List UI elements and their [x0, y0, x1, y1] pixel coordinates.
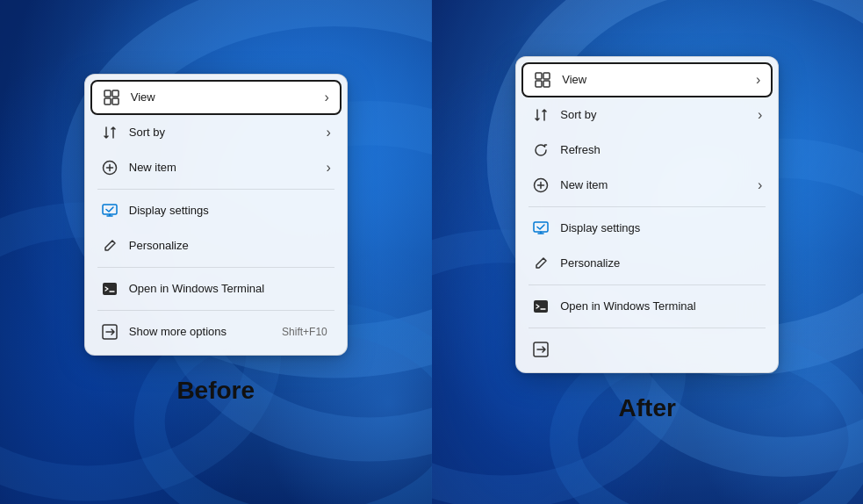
- before-personalize-label: Personalize: [129, 239, 331, 252]
- svg-rect-24: [534, 300, 548, 313]
- before-sort-icon: [101, 124, 119, 141]
- after-menu-view[interactable]: View: [521, 62, 773, 97]
- svg-rect-11: [103, 283, 117, 295]
- after-menu-display[interactable]: Display settings: [521, 211, 773, 246]
- svg-rect-23: [534, 222, 548, 232]
- before-terminal-label: Open in Windows Terminal: [129, 282, 331, 295]
- after-menu-refresh[interactable]: Refresh: [521, 133, 773, 168]
- after-personalize-icon: [532, 255, 550, 272]
- after-display-icon: [532, 220, 550, 237]
- before-newitem-icon: [101, 159, 119, 176]
- before-view-label: View: [131, 90, 329, 104]
- after-newitem-icon: [532, 176, 550, 194]
- after-personalize-label: Personalize: [560, 256, 762, 270]
- after-menu-newitem[interactable]: New item: [521, 168, 773, 203]
- after-menu-sortby[interactable]: Sort by: [521, 97, 773, 133]
- svg-rect-18: [536, 73, 542, 79]
- before-panel: View Sort by New item: [0, 0, 432, 504]
- after-terminal-icon: [532, 298, 550, 315]
- before-newitem-label: New item: [129, 161, 331, 174]
- after-sort-icon: [532, 106, 550, 124]
- after-menu-terminal[interactable]: Open in Windows Terminal: [521, 289, 773, 324]
- before-divider-2: [97, 267, 334, 268]
- after-view-label: View: [562, 73, 760, 86]
- before-divider-1: [97, 189, 334, 190]
- before-moreoptions-icon: [101, 323, 119, 341]
- after-divider-2: [529, 284, 766, 285]
- after-menu-moreoptions[interactable]: [521, 332, 773, 367]
- before-menu-terminal[interactable]: Open in Windows Terminal: [90, 271, 342, 306]
- after-divider-1: [529, 206, 766, 207]
- before-divider-3: [97, 310, 334, 311]
- svg-rect-19: [543, 73, 550, 79]
- after-panel: View Sort by Refresh: [432, 0, 864, 504]
- before-menu-personalize[interactable]: Personalize: [90, 228, 342, 263]
- before-context-menu: View Sort by New item: [84, 74, 348, 356]
- after-newitem-label: New item: [560, 178, 762, 191]
- after-divider-3: [529, 328, 766, 328]
- after-moreoptions-icon: [532, 341, 550, 358]
- before-personalize-icon: [101, 237, 119, 255]
- svg-rect-21: [543, 81, 550, 87]
- before-moreoptions-shortcut: Shift+F10: [282, 326, 331, 338]
- svg-rect-7: [104, 98, 111, 104]
- before-terminal-icon: [101, 280, 119, 298]
- after-refresh-label: Refresh: [560, 143, 762, 156]
- before-moreoptions-label: Show more options: [129, 325, 282, 338]
- after-context-menu: View Sort by Refresh: [515, 56, 779, 373]
- before-label: Before: [176, 377, 255, 405]
- svg-rect-5: [104, 90, 111, 97]
- before-view-icon: [103, 89, 120, 106]
- after-sortby-label: Sort by: [560, 108, 762, 121]
- svg-rect-10: [103, 205, 117, 214]
- before-sortby-label: Sort by: [129, 126, 331, 139]
- after-menu-personalize[interactable]: Personalize: [521, 246, 773, 281]
- before-display-icon: [101, 202, 119, 220]
- before-menu-sortby[interactable]: Sort by: [90, 115, 342, 150]
- before-menu-newitem[interactable]: New item: [90, 150, 342, 185]
- after-label: After: [619, 394, 676, 422]
- after-view-icon: [534, 71, 551, 89]
- after-refresh-icon: [532, 141, 550, 159]
- before-menu-display[interactable]: Display settings: [90, 193, 342, 228]
- svg-rect-20: [536, 81, 542, 87]
- after-terminal-label: Open in Windows Terminal: [560, 299, 762, 313]
- before-display-label: Display settings: [129, 204, 331, 217]
- svg-rect-6: [112, 90, 119, 97]
- before-menu-view[interactable]: View: [90, 80, 342, 115]
- before-menu-moreoptions[interactable]: Show more options Shift+F10: [90, 314, 342, 349]
- svg-rect-8: [112, 98, 119, 104]
- after-display-label: Display settings: [560, 221, 762, 234]
